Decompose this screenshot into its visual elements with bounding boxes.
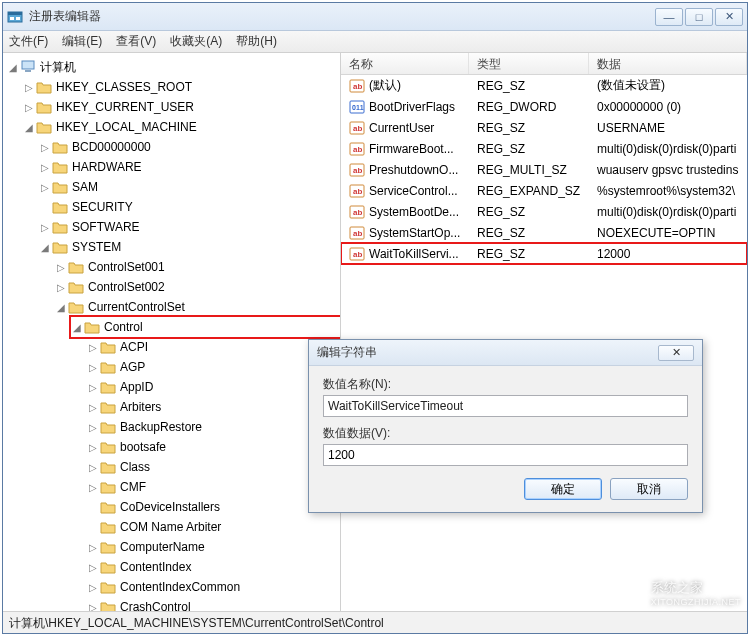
- value-name: PreshutdownO...: [369, 163, 458, 177]
- ok-button[interactable]: 确定: [524, 478, 602, 500]
- svg-rect-5: [25, 70, 31, 72]
- menu-edit[interactable]: 编辑(E): [62, 33, 102, 50]
- expand-icon[interactable]: ▷: [39, 222, 50, 233]
- value-data-input[interactable]: [323, 444, 688, 466]
- tree-sam[interactable]: ▷SAM: [39, 177, 340, 197]
- menubar: 文件(F) 编辑(E) 查看(V) 收藏夹(A) 帮助(H): [3, 31, 747, 53]
- tree-comname[interactable]: COM Name Arbiter: [87, 517, 340, 537]
- tree-cs2[interactable]: ▷ControlSet002: [55, 277, 340, 297]
- collapse-icon[interactable]: ◢: [55, 302, 66, 313]
- expand-icon[interactable]: ▷: [39, 142, 50, 153]
- expand-icon[interactable]: ▷: [87, 342, 98, 353]
- expand-icon[interactable]: ▷: [87, 422, 98, 433]
- tree-class[interactable]: ▷Class: [87, 457, 340, 477]
- close-button[interactable]: ✕: [715, 8, 743, 26]
- expand-icon[interactable]: [87, 522, 98, 533]
- expand-icon[interactable]: ▷: [87, 562, 98, 573]
- col-data[interactable]: 数据: [589, 53, 747, 74]
- expand-icon[interactable]: ▷: [87, 382, 98, 393]
- statusbar: 计算机\HKEY_LOCAL_MACHINE\SYSTEM\CurrentCon…: [3, 611, 747, 633]
- tree-backup[interactable]: ▷BackupRestore: [87, 417, 340, 437]
- menu-file[interactable]: 文件(F): [9, 33, 48, 50]
- computer-icon: [20, 60, 36, 74]
- minimize-button[interactable]: —: [655, 8, 683, 26]
- tree-compname[interactable]: ▷ComputerName: [87, 537, 340, 557]
- value-name: CurrentUser: [369, 121, 434, 135]
- list-row[interactable]: abServiceControl...REG_EXPAND_SZ%systemr…: [341, 180, 747, 201]
- tree-ccs[interactable]: ◢CurrentControlSet: [55, 297, 340, 317]
- list-row[interactable]: abPreshutdownO...REG_MULTI_SZwuauserv gp…: [341, 159, 747, 180]
- folder-icon: [52, 200, 68, 214]
- collapse-icon[interactable]: ◢: [39, 242, 50, 253]
- tree-control[interactable]: ◢Control: [71, 317, 340, 337]
- list-row[interactable]: abSystemBootDe...REG_SZmulti(0)disk(0)rd…: [341, 201, 747, 222]
- svg-text:ab: ab: [353, 145, 362, 154]
- maximize-button[interactable]: □: [685, 8, 713, 26]
- tree-root[interactable]: ◢ 计算机: [7, 57, 340, 77]
- tree-codev[interactable]: CoDeviceInstallers: [87, 497, 340, 517]
- cancel-button[interactable]: 取消: [610, 478, 688, 500]
- expand-icon[interactable]: ▷: [87, 582, 98, 593]
- list-row[interactable]: abWaitToKillServi...REG_SZ12000: [341, 243, 747, 264]
- tree-crashcontrol[interactable]: ▷CrashControl: [87, 597, 340, 611]
- tree-software[interactable]: ▷SOFTWARE: [39, 217, 340, 237]
- tree-acpi[interactable]: ▷ACPI: [87, 337, 340, 357]
- dialog-close-button[interactable]: ✕: [658, 345, 694, 361]
- folder-icon: [52, 220, 68, 234]
- list-row[interactable]: abSystemStartOp...REG_SZ NOEXECUTE=OPTIN: [341, 222, 747, 243]
- collapse-icon[interactable]: ◢: [71, 322, 82, 333]
- tree-bootsafe[interactable]: ▷bootsafe: [87, 437, 340, 457]
- tree-contentindex[interactable]: ▷ContentIndex: [87, 557, 340, 577]
- titlebar[interactable]: 注册表编辑器 — □ ✕: [3, 3, 747, 31]
- expand-icon[interactable]: ▷: [87, 442, 98, 453]
- list-row[interactable]: abCurrentUserREG_SZUSERNAME: [341, 117, 747, 138]
- expand-icon[interactable]: ▷: [87, 402, 98, 413]
- tree-contentcommon[interactable]: ▷ContentIndexCommon: [87, 577, 340, 597]
- list-row[interactable]: 011BootDriverFlagsREG_DWORD0x00000000 (0…: [341, 96, 747, 117]
- tree-pane[interactable]: ◢ 计算机 ▷HKEY_CLASSES_ROOT ▷HKEY_CURRENT_U…: [3, 53, 341, 611]
- expand-icon[interactable]: ▷: [87, 362, 98, 373]
- col-type[interactable]: 类型: [469, 53, 589, 74]
- tree-hkcr[interactable]: ▷HKEY_CLASSES_ROOT: [23, 77, 340, 97]
- menu-view[interactable]: 查看(V): [116, 33, 156, 50]
- list-row[interactable]: abFirmwareBoot...REG_SZmulti(0)disk(0)rd…: [341, 138, 747, 159]
- folder-icon: [100, 560, 116, 574]
- expand-icon[interactable]: ▷: [23, 102, 34, 113]
- tree-system[interactable]: ◢SYSTEM: [39, 237, 340, 257]
- tree-arbiters[interactable]: ▷Arbiters: [87, 397, 340, 417]
- folder-icon: [100, 520, 116, 534]
- tree-hkcu[interactable]: ▷HKEY_CURRENT_USER: [23, 97, 340, 117]
- dialog-titlebar[interactable]: 编辑字符串 ✕: [309, 340, 702, 366]
- tree-cs1[interactable]: ▷ControlSet001: [55, 257, 340, 277]
- expand-icon[interactable]: [87, 502, 98, 513]
- menu-help[interactable]: 帮助(H): [236, 33, 277, 50]
- tree-cmf[interactable]: ▷CMF: [87, 477, 340, 497]
- tree-agp[interactable]: ▷AGP: [87, 357, 340, 377]
- expand-icon[interactable]: ▷: [87, 542, 98, 553]
- tree-hklm[interactable]: ◢HKEY_LOCAL_MACHINE: [23, 117, 340, 137]
- list-row[interactable]: ab(默认)REG_SZ(数值未设置): [341, 75, 747, 96]
- tree-appid[interactable]: ▷AppID: [87, 377, 340, 397]
- expand-icon[interactable]: ▷: [39, 182, 50, 193]
- expand-icon[interactable]: ▷: [23, 82, 34, 93]
- tree-bcd[interactable]: ▷BCD00000000: [39, 137, 340, 157]
- folder-icon: [52, 240, 68, 254]
- expand-icon[interactable]: [39, 202, 50, 213]
- tree-hardware[interactable]: ▷HARDWARE: [39, 157, 340, 177]
- expand-icon[interactable]: ▷: [55, 282, 66, 293]
- value-data: 12000: [589, 247, 747, 261]
- folder-icon: [84, 320, 100, 334]
- value-name-input[interactable]: [323, 395, 688, 417]
- tree-security[interactable]: SECURITY: [39, 197, 340, 217]
- expand-icon[interactable]: ▷: [87, 462, 98, 473]
- menu-favorites[interactable]: 收藏夹(A): [170, 33, 222, 50]
- col-name[interactable]: 名称: [341, 53, 469, 74]
- expand-icon[interactable]: ▷: [55, 262, 66, 273]
- expand-icon[interactable]: ▷: [39, 162, 50, 173]
- svg-text:011: 011: [352, 104, 364, 111]
- expand-icon[interactable]: ▷: [87, 602, 98, 612]
- expand-icon[interactable]: ▷: [87, 482, 98, 493]
- collapse-icon[interactable]: ◢: [23, 122, 34, 133]
- collapse-icon[interactable]: ◢: [7, 62, 18, 73]
- list-pane[interactable]: 名称 类型 数据 ab(默认)REG_SZ(数值未设置)011BootDrive…: [341, 53, 747, 611]
